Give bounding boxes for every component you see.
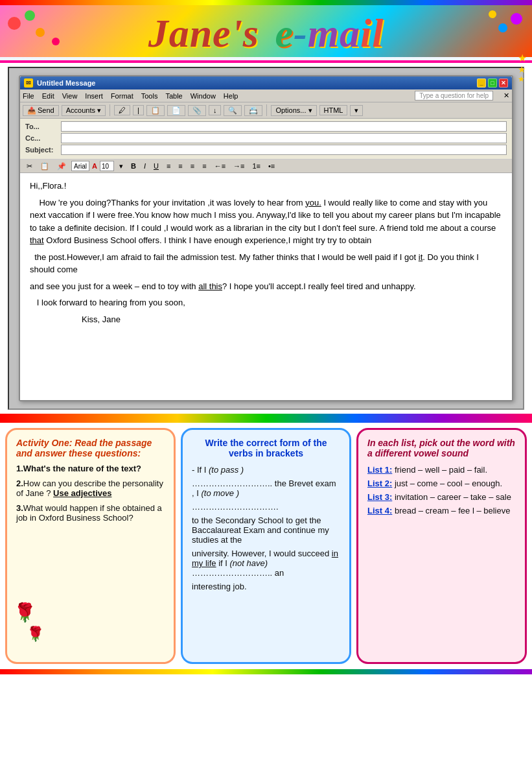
toolbar-icon-1[interactable]: 🖊: [114, 105, 130, 115]
underline-that: that: [30, 235, 44, 245]
menu-edit[interactable]: Edit: [42, 92, 54, 100]
vowel-list-1: List 1: friend – well – paid – fail.: [367, 465, 516, 475]
menu-format[interactable]: Format: [111, 92, 133, 100]
star-1: ★: [518, 53, 527, 64]
indent-more-btn[interactable]: →≡: [231, 161, 247, 171]
toolbar-separator-1: [110, 104, 110, 116]
html-button[interactable]: HTML: [319, 105, 348, 115]
deco-circle-5: [498, 23, 507, 32]
toolbar-icon-2[interactable]: |: [133, 105, 144, 115]
title-part1: Jane's: [148, 11, 259, 55]
menu-help[interactable]: Help: [224, 92, 238, 100]
toolbar-icon-4[interactable]: 📄: [167, 105, 185, 116]
email-greeting: Hi,,Flora.!: [30, 180, 502, 193]
page-title: Jane's e-mail: [148, 13, 384, 53]
verb-content-4: to the Secondary School to get the Bacca…: [192, 515, 340, 545]
underline-you: you.: [305, 198, 321, 207]
underline-all-this: all this: [198, 281, 222, 291]
subject-input[interactable]: [61, 145, 507, 155]
align-left-btn[interactable]: ≡: [164, 161, 173, 171]
toolbar-icon-6[interactable]: ↓: [209, 105, 222, 115]
email-paragraph1: How 're you doing?Thanks for your invita…: [30, 196, 502, 247]
cc-input[interactable]: [61, 133, 507, 143]
list1-items: friend – well – paid – fail.: [395, 465, 487, 475]
align-center-btn[interactable]: ≡: [176, 161, 185, 171]
to-field-row: To...: [25, 121, 507, 132]
subject-field-row: Subject:: [25, 145, 507, 155]
three-column-section: Activity One: Read the passage and answe…: [0, 423, 532, 669]
align-justify-btn[interactable]: ≡: [200, 161, 209, 171]
list-ol-btn[interactable]: 1≡: [249, 161, 263, 171]
bold-btn[interactable]: B: [128, 161, 139, 171]
toolbar-icon-3[interactable]: 📋: [146, 105, 165, 116]
email-toolbar: 📤 Send Accounts ▾ 🖊 | 📋 📄 📎 ↓ 🔍 📇 Option…: [20, 102, 512, 119]
to-input[interactable]: [61, 121, 507, 132]
menu-file[interactable]: File: [23, 92, 34, 100]
font-size-select[interactable]: 10: [100, 161, 114, 171]
menu-view[interactable]: View: [62, 92, 78, 100]
menu-table[interactable]: Table: [165, 92, 182, 100]
format-cut[interactable]: ✂: [24, 161, 35, 171]
verb-content-1: - If I (to pass ): [192, 465, 340, 475]
deco-circle-1: [8, 17, 21, 30]
question-1: 1.What's the nature of the text?: [16, 464, 165, 473]
list4-items: bread – cream – fee l – believe: [395, 506, 511, 515]
star-deco: ★ ★ ★: [518, 52, 527, 84]
q1-number: 1.: [16, 464, 23, 473]
use-adjectives: Use adjectives: [53, 488, 111, 498]
font-color-btn[interactable]: A: [92, 162, 97, 170]
email-closing: Kiss, Jane: [30, 313, 502, 326]
list3-label: List 3:: [367, 492, 392, 502]
toolbar-icon-7[interactable]: 🔍: [224, 105, 242, 116]
font-select[interactable]: Arial: [71, 161, 89, 171]
deco-circle-3: [36, 28, 45, 37]
close-button[interactable]: ✕: [499, 78, 508, 88]
email-paragraph2: the post.However,I am afraid to fail the…: [30, 251, 502, 276]
send-label: Send: [38, 106, 54, 114]
format-copy[interactable]: 📋: [38, 161, 52, 171]
to-move: (to move ): [201, 488, 239, 498]
send-button[interactable]: 📤 Send: [23, 105, 59, 116]
indent-less-btn[interactable]: ←≡: [212, 161, 228, 171]
format-paste[interactable]: 📌: [54, 161, 69, 171]
top-border: [0, 0, 532, 5]
cc-label: Cc...: [25, 134, 61, 142]
window-controls[interactable]: _ □ ✕: [477, 78, 508, 88]
toolbar-icon-5[interactable]: 📎: [188, 105, 206, 116]
deco-circle-6: [489, 10, 496, 18]
menu-window[interactable]: Window: [191, 92, 216, 100]
list2-items: just – come – cool – enough.: [395, 479, 502, 488]
toolbar-icon-8[interactable]: 📇: [244, 105, 262, 116]
question-2: 2.How can you describe the personality o…: [16, 479, 165, 498]
help-search-box[interactable]: Type a question for help: [415, 91, 493, 101]
list1-label: List 1:: [367, 465, 392, 475]
vowel-list-4: List 4: bread – cream – fee l – believe: [367, 506, 516, 515]
toolbar-dropdown[interactable]: ▾: [350, 105, 363, 116]
underline-btn[interactable]: U: [151, 161, 161, 171]
color-picker[interactable]: ▾: [117, 161, 126, 171]
cc-field-row: Cc...: [25, 133, 507, 143]
deco-circle-7: [52, 38, 60, 45]
options-button[interactable]: Options... ▾: [271, 105, 316, 116]
color-strip: [0, 414, 532, 423]
flower-deco-1: 🌹: [14, 602, 36, 623]
email-paragraph4: I look forward to hearing from you soon,: [30, 296, 502, 309]
minimize-button[interactable]: _: [477, 78, 486, 88]
vowel-list-3: List 3: invitation – career – take – sal…: [367, 492, 516, 502]
align-right-btn[interactable]: ≡: [188, 161, 197, 171]
italic-btn[interactable]: I: [141, 161, 148, 171]
title-part2-e: e: [275, 11, 294, 55]
list-ul-btn[interactable]: •≡: [266, 161, 277, 171]
menu-insert[interactable]: Insert: [85, 92, 103, 100]
vowel-list-2: List 2: just – come – cool – enough.: [367, 479, 516, 488]
email-window-title: Untitled Message: [37, 79, 95, 87]
list2-label: List 2:: [367, 479, 392, 488]
verb-content-2: ……………………….. the Brevet exam , I (to move…: [192, 479, 340, 498]
accounts-button[interactable]: Accounts ▾: [62, 105, 106, 116]
title-wrapper: Jane's e-mail: [0, 0, 532, 63]
help-close-x[interactable]: ✕: [503, 91, 509, 100]
email-menubar: File Edit View Insert Format Tools Table…: [20, 89, 512, 102]
menu-tools[interactable]: Tools: [141, 92, 158, 100]
titlebar-left: ✉ Untitled Message: [24, 78, 95, 88]
maximize-button[interactable]: □: [488, 78, 497, 88]
